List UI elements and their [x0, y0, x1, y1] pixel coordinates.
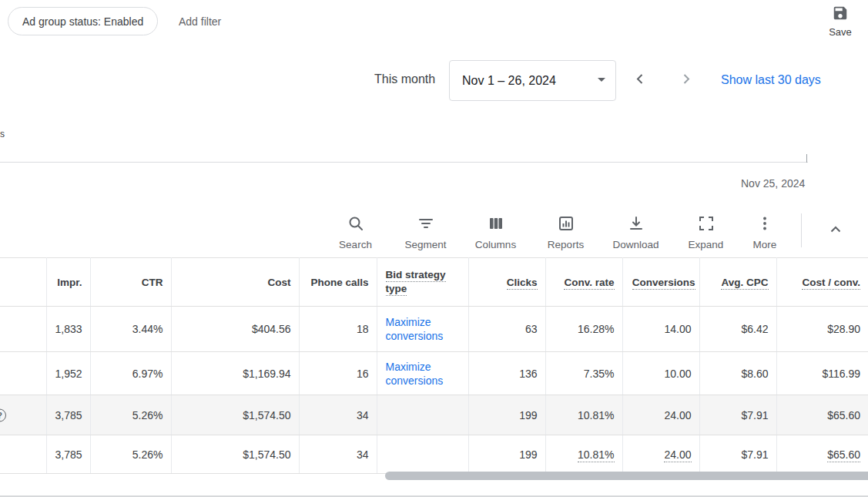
- segment-icon: [417, 214, 435, 235]
- date-range-value: Nov 1 – 26, 2024: [462, 74, 556, 88]
- cell-cutoff: [0, 352, 46, 395]
- horizontal-scrollbar[interactable]: [385, 472, 868, 480]
- cell-phone-calls: 34: [299, 435, 377, 474]
- cell-clicks: 199: [468, 435, 545, 474]
- cell-cutoff: [0, 435, 46, 474]
- cell-conversions: 14.00: [622, 307, 699, 352]
- toolbar-expand-button[interactable]: Expand: [671, 208, 741, 250]
- cell-phone-calls: 16: [299, 352, 377, 395]
- bid-strategy-link[interactable]: Maximize conversions: [386, 360, 461, 388]
- table-row: 1,833 3.44% $404.56 18 Maximize conversi…: [0, 307, 868, 352]
- toolbar-reports-label: Reports: [548, 239, 584, 250]
- toolbar-download-label: Download: [612, 239, 659, 250]
- add-filter-button[interactable]: Add filter: [179, 15, 221, 28]
- col-header-conv-rate[interactable]: Conv. rate: [545, 258, 622, 307]
- chevron-left-icon: [631, 70, 649, 91]
- save-icon: [832, 5, 849, 24]
- toolbar-columns-button[interactable]: Columns: [461, 208, 531, 250]
- toolbar-search-button[interactable]: Search: [320, 208, 390, 250]
- col-header-cost[interactable]: Cost: [171, 258, 299, 307]
- collapse-table-button[interactable]: [824, 219, 847, 242]
- next-period-button[interactable]: [675, 69, 697, 91]
- col-header-ctr[interactable]: CTR: [90, 258, 171, 307]
- toolbar-download-button[interactable]: Download: [601, 208, 671, 250]
- cell-ctr: 5.26%: [90, 435, 171, 474]
- cell-bid-strategy: [377, 435, 468, 474]
- cell-phone-calls: 34: [299, 395, 377, 435]
- cell-conv-rate: 10.81%: [545, 435, 622, 474]
- cell-cost: $404.56: [171, 307, 299, 352]
- table-total-row: 3,785 5.26% $1,574.50 34 199 10.81% 24.0…: [0, 435, 868, 474]
- previous-period-button[interactable]: [629, 69, 651, 91]
- col-header-conversions[interactable]: Conversions: [622, 258, 699, 307]
- cell-bid-strategy: Maximize conversions: [377, 307, 468, 352]
- cell-phone-calls: 18: [299, 307, 377, 352]
- more-vert-icon: [756, 214, 774, 235]
- col-header-phone-calls[interactable]: Phone calls: [299, 258, 377, 307]
- cell-avg-cpc: $7.91: [699, 435, 776, 474]
- metrics-table: Impr. CTR Cost Phone calls Bid strategy …: [0, 257, 868, 474]
- cell-avg-cpc: $6.42: [699, 307, 776, 352]
- col-header-clicks[interactable]: Clicks: [468, 258, 545, 307]
- cell-cost-conv: $65.60: [776, 395, 868, 435]
- col-header-avg-cpc[interactable]: Avg. CPC: [699, 258, 776, 307]
- cell-bid-strategy: Maximize conversions: [377, 352, 468, 395]
- toolbar-search-label: Search: [339, 239, 372, 250]
- toolbar-segment-button[interactable]: Segment: [390, 208, 461, 250]
- chart-legend-fragment: s: [0, 129, 5, 139]
- cell-cost: $1,169.94: [171, 352, 299, 395]
- col-header-cost-conv[interactable]: Cost / conv.: [776, 258, 868, 307]
- toolbar-divider: [801, 213, 802, 247]
- cell-ctr: 3.44%: [90, 307, 171, 352]
- cell-impr: 1,952: [46, 352, 90, 395]
- cell-clicks: 136: [468, 352, 545, 395]
- cell-cost: $1,574.50: [171, 395, 299, 435]
- download-icon: [627, 214, 645, 235]
- app-root: Ad group status: Enabled Add filter Save…: [0, 0, 868, 497]
- cell-ctr: 6.97%: [90, 352, 171, 395]
- toolbar-more-label: More: [753, 239, 777, 250]
- chart-axis-line: [0, 162, 808, 163]
- toolbar-columns-label: Columns: [475, 239, 516, 250]
- help-icon[interactable]: ?: [0, 408, 6, 421]
- cell-clicks: 199: [468, 395, 545, 435]
- table-total-row: ? 3,785 5.26% $1,574.50 34 199 10.81% 24…: [0, 395, 868, 435]
- cell-conv-rate: 10.81%: [545, 395, 622, 435]
- table-toolbar: Search Segment Columns Reports Download: [320, 208, 789, 250]
- cell-bid-strategy: [377, 395, 468, 435]
- cell-conversions: 24.00: [622, 395, 699, 435]
- col-header-impr[interactable]: Impr.: [46, 258, 90, 307]
- chart-axis-tick: [806, 154, 807, 163]
- toolbar-expand-label: Expand: [689, 239, 724, 250]
- cell-conv-rate: 16.28%: [545, 307, 622, 352]
- col-header-bid-strategy-type[interactable]: Bid strategy type: [377, 258, 468, 307]
- show-last-30-days-link[interactable]: Show last 30 days: [721, 73, 821, 87]
- save-button[interactable]: Save: [821, 5, 860, 38]
- cell-cost-conv: $116.99: [776, 352, 868, 395]
- reports-icon: [557, 214, 575, 235]
- cell-ctr: 5.26%: [90, 395, 171, 435]
- date-range-dropdown[interactable]: Nov 1 – 26, 2024: [449, 60, 616, 101]
- cell-clicks: 63: [468, 307, 545, 352]
- cell-conv-rate: 7.35%: [545, 352, 622, 395]
- chevron-up-icon: [826, 220, 845, 241]
- ad-group-status-chip-label: Ad group status: Enabled: [22, 15, 143, 28]
- cell-impr: 3,785: [46, 395, 90, 435]
- bid-strategy-link[interactable]: Maximize conversions: [386, 315, 461, 343]
- cell-cutoff: [0, 307, 46, 352]
- chevron-right-icon: [677, 70, 695, 91]
- toolbar-reports-button[interactable]: Reports: [531, 208, 601, 250]
- cell-avg-cpc: $7.91: [699, 395, 776, 435]
- save-button-label: Save: [829, 26, 852, 38]
- cell-cost-conv: $65.60: [776, 435, 868, 474]
- toolbar-segment-label: Segment: [404, 239, 446, 250]
- columns-icon: [487, 214, 505, 235]
- table-header-row: Impr. CTR Cost Phone calls Bid strategy …: [0, 258, 868, 307]
- cell-cost: $1,574.50: [171, 435, 299, 474]
- cell-impr: 3,785: [46, 435, 90, 474]
- ad-group-status-chip[interactable]: Ad group status: Enabled: [8, 7, 158, 35]
- cell-conversions: 24.00: [622, 435, 699, 474]
- cell-impr: 1,833: [46, 307, 90, 352]
- date-preset-label: This month: [374, 72, 435, 86]
- toolbar-more-button[interactable]: More: [741, 208, 789, 250]
